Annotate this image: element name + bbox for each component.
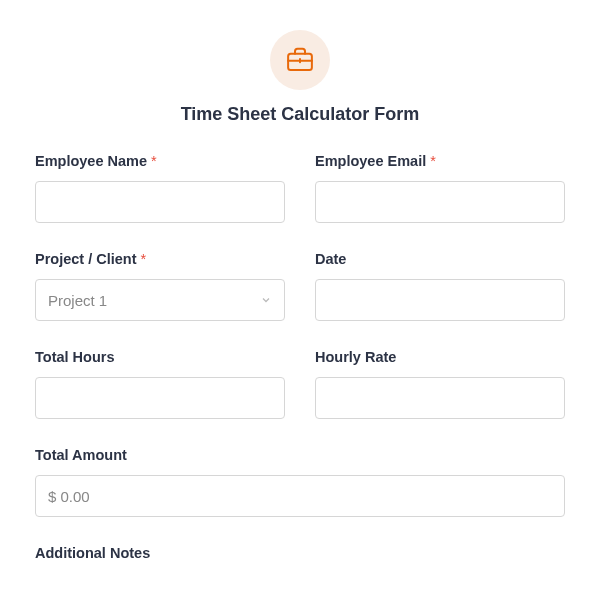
form-title: Time Sheet Calculator Form (35, 104, 565, 125)
briefcase-icon (285, 45, 315, 75)
employee-name-label: Employee Name * (35, 153, 285, 169)
total-amount-value: $ 0.00 (35, 475, 565, 517)
project-client-selected: Project 1 (48, 292, 107, 309)
additional-notes-label: Additional Notes (35, 545, 565, 561)
total-hours-input[interactable] (35, 377, 285, 419)
required-marker: * (141, 251, 147, 267)
required-marker: * (151, 153, 157, 169)
employee-email-label: Employee Email * (315, 153, 565, 169)
project-client-label: Project / Client * (35, 251, 285, 267)
date-input[interactable] (315, 279, 565, 321)
required-marker: * (430, 153, 436, 169)
employee-name-input[interactable] (35, 181, 285, 223)
total-hours-label: Total Hours (35, 349, 285, 365)
total-amount-label: Total Amount (35, 447, 565, 463)
employee-email-input[interactable] (315, 181, 565, 223)
chevron-down-icon (260, 292, 272, 309)
hourly-rate-input[interactable] (315, 377, 565, 419)
briefcase-icon-circle (270, 30, 330, 90)
date-label: Date (315, 251, 565, 267)
hourly-rate-label: Hourly Rate (315, 349, 565, 365)
project-client-select[interactable]: Project 1 (35, 279, 285, 321)
